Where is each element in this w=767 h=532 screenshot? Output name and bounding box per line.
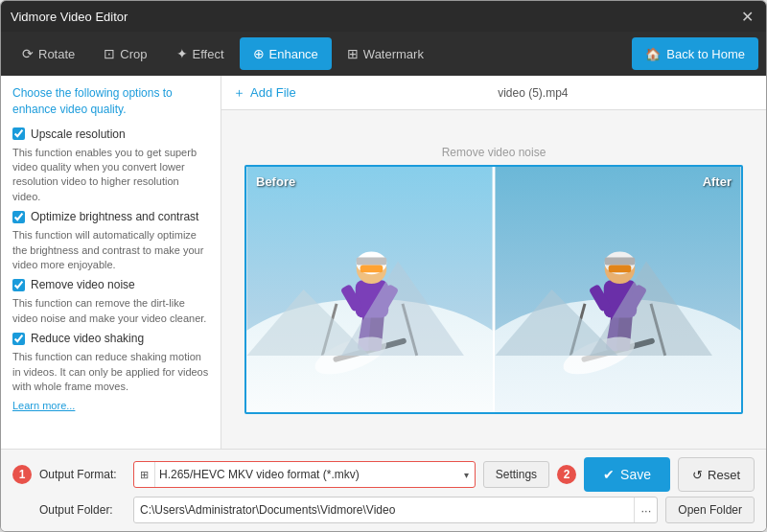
enhance-icon: ⊕ [253,46,265,61]
settings-button[interactable]: Settings [483,461,549,488]
add-file-label: Add File [250,85,296,100]
noise-desc: This function can remove the dirt-like v… [12,296,209,326]
folder-input-wrapper: ··· [133,497,658,523]
tab-rotate-label: Rotate [38,47,75,61]
tab-effect-label: Effect [193,47,224,61]
open-folder-button[interactable]: Open Folder [665,497,755,523]
preview-label: Remove video noise [442,146,546,159]
rotate-icon: ⟳ [22,46,34,61]
option-noise-row: Remove video noise [12,278,209,291]
left-panel: Choose the following options to enhance … [1,76,221,449]
option-upscale-row: Upscale resolution [12,127,209,141]
tab-enhance-label: Enhance [269,47,318,61]
window-title: Vidmore Video Editor [11,10,128,24]
option-brightness-row: Optimize brightness and contrast [12,210,209,223]
brightness-label: Optimize brightness and contrast [31,210,198,223]
preview-after: After [495,167,741,412]
format-select-wrapper: ⊞ H.265/HEVC MKV video format (*.mkv) H.… [133,461,476,488]
add-file-icon: ＋ [233,84,245,102]
tab-enhance[interactable]: ⊕ Enhance [240,37,332,70]
reset-button[interactable]: ↺ Reset [678,457,755,492]
tab-crop[interactable]: ⊡ Crop [90,37,160,70]
after-image [495,167,741,412]
reset-label: Reset [708,468,740,482]
bottom-bar: 1 Output Format: ⊞ H.265/HEVC MKV video … [1,449,766,531]
tab-effect[interactable]: ✦ Effect [163,37,238,70]
toolbar: ⟳ Rotate ⊡ Crop ✦ Effect ⊕ Enhance ⊞ Wat… [1,32,766,76]
home-icon: 🏠 [645,47,661,61]
titlebar: Vidmore Video Editor ✕ [1,1,766,32]
option-shaking-row: Reduce video shaking [12,332,209,345]
watermark-icon: ⊞ [347,46,359,61]
save-button[interactable]: ✔ Save [584,457,670,492]
tab-watermark-label: Watermark [363,47,424,61]
output-folder-label: Output Folder: [39,503,126,517]
right-panel: ＋ Add File video (5).mp4 Remove video no… [221,76,766,449]
upscale-checkbox[interactable] [12,127,25,140]
upscale-desc: This function enables you to get superb … [12,146,209,205]
shaking-desc: This function can reduce shaking motion … [12,350,209,394]
panel-header: Choose the following options to enhance … [12,85,209,118]
save-check-icon: ✔ [603,467,615,482]
format-select[interactable]: H.265/HEVC MKV video format (*.mkv) H.26… [155,462,458,487]
file-name: video (5).mp4 [312,86,755,100]
svg-rect-9 [360,265,384,272]
preview-container: Before [244,165,743,414]
noise-label: Remove video noise [31,278,135,291]
right-panel-header: ＋ Add File video (5).mp4 [221,76,766,110]
output-format-label: Output Format: [39,468,126,481]
main-content: Choose the following options to enhance … [1,76,766,449]
tab-crop-label: Crop [120,47,147,61]
learn-more-link[interactable]: Learn more... [12,400,209,411]
brightness-desc: This function will automatically optimiz… [12,228,209,272]
shaking-label: Reduce video shaking [31,332,144,345]
effect-icon: ✦ [176,46,188,61]
badge-2: 2 [557,465,576,484]
back-home-label: Back to Home [666,47,745,61]
upscale-label: Upscale resolution [31,127,126,141]
save-label: Save [620,467,651,482]
preview-divider [493,167,495,412]
crop-icon: ⊡ [104,46,115,61]
shaking-checkbox[interactable] [12,333,25,345]
folder-path-input[interactable] [134,503,634,517]
badge-1: 1 [12,465,32,484]
back-home-button[interactable]: 🏠 Back to Home [632,37,758,70]
svg-rect-8 [357,257,387,265]
svg-rect-26 [609,265,632,272]
folder-row: Output Folder: ··· Open Folder [12,497,755,523]
tab-watermark[interactable]: ⊞ Watermark [334,37,437,70]
preview-before: Before [246,167,493,412]
tab-rotate[interactable]: ⟳ Rotate [9,37,88,70]
format-row: 1 Output Format: ⊞ H.265/HEVC MKV video … [12,457,755,492]
app-window: Vidmore Video Editor ✕ ⟳ Rotate ⊡ Crop ✦… [0,0,767,532]
after-label: After [703,174,732,189]
brightness-checkbox[interactable] [12,211,25,223]
svg-rect-25 [605,257,636,265]
before-image [246,167,493,412]
reset-icon: ↺ [692,468,703,482]
preview-area: Remove video noise Before [221,110,766,449]
before-label: Before [256,174,295,189]
format-icon: ⊞ [134,462,155,487]
noise-checkbox[interactable] [12,279,25,291]
browse-folder-button[interactable]: ··· [634,497,657,522]
format-dropdown-arrow-icon[interactable]: ▾ [458,470,475,480]
close-button[interactable]: ✕ [737,7,756,26]
add-file-button[interactable]: ＋ Add File [233,84,296,102]
